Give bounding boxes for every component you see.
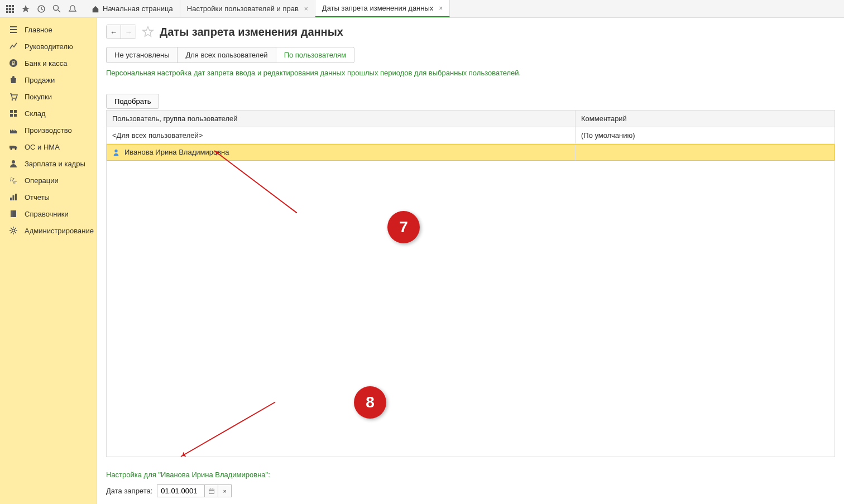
clear-date-button[interactable]: ×	[218, 484, 232, 497]
svg-rect-18	[10, 114, 13, 117]
svg-point-10	[54, 5, 59, 10]
gear-icon	[9, 226, 18, 235]
sidebar-item-reports[interactable]: Отчеты	[0, 189, 97, 205]
home-icon	[92, 5, 99, 13]
svg-rect-27	[13, 195, 15, 200]
search-icon[interactable]	[49, 0, 65, 18]
column-header-user[interactable]: Пользователь, группа пользователей	[107, 111, 576, 127]
tab-label: Даты запрета изменения данных	[322, 4, 433, 12]
svg-rect-4	[9, 8, 11, 10]
sidebar-item-bank[interactable]: ₽Банк и касса	[0, 55, 97, 71]
user-table: Пользователь, группа пользователей Комме…	[106, 110, 835, 457]
book-icon	[9, 209, 18, 218]
sidebar-item-main[interactable]: Главное	[0, 21, 97, 38]
sidebar-item-label: ОС и НМА	[25, 143, 60, 151]
sidebar-item-salary[interactable]: Зарплата и кадры	[0, 155, 97, 172]
tab-home[interactable]: Начальная страница	[85, 0, 180, 17]
svg-point-22	[15, 148, 17, 150]
ruble-icon: ₽	[9, 59, 18, 68]
sidebar-item-catalogs[interactable]: Справочники	[0, 205, 97, 222]
close-icon[interactable]: ×	[304, 5, 308, 13]
column-header-comment[interactable]: Комментарий	[576, 111, 835, 127]
content-area: ← → Даты запрета изменения данных Не уст…	[97, 18, 844, 504]
svg-rect-6	[6, 11, 8, 13]
bag-icon	[9, 75, 18, 84]
table-body: <Для всех пользователей> (По умолчанию) …	[107, 127, 835, 457]
sidebar-item-label: Банк и касса	[25, 59, 68, 68]
settings-for-label: Настройка для "Иванова Ирина Владимировн…	[106, 471, 835, 479]
filter-tab-byusers[interactable]: По пользователям	[276, 47, 354, 63]
sidebar-item-admin[interactable]: Администрирование	[0, 222, 97, 239]
calendar-button[interactable]	[205, 484, 218, 497]
sidebar-item-assets[interactable]: ОС и НМА	[0, 138, 97, 155]
sidebar-item-label: Руководителю	[25, 42, 73, 51]
sidebar-item-operations[interactable]: ДтКтОперации	[0, 172, 97, 189]
bottom-section: Настройка для "Иванова Ирина Владимировн…	[106, 466, 835, 497]
cell-user: Иванова Ирина Владимировна	[107, 144, 576, 160]
sidebar-item-label: Отчеты	[25, 193, 50, 201]
date-input-wrap: ×	[157, 484, 232, 497]
svg-rect-0	[6, 5, 8, 7]
person-icon	[9, 159, 18, 168]
sidebar-item-manager[interactable]: Руководителю	[0, 38, 97, 55]
filter-tab-notset[interactable]: Не установлены	[106, 47, 178, 63]
nav-arrows: ← →	[106, 25, 136, 39]
menu-icon	[9, 25, 18, 34]
svg-rect-26	[10, 198, 12, 200]
svg-rect-16	[10, 110, 13, 113]
sidebar-item-label: Справочники	[25, 210, 69, 218]
user-icon	[112, 148, 120, 156]
select-button[interactable]: Подобрать	[106, 94, 159, 109]
svg-line-11	[58, 10, 60, 12]
svg-rect-3	[6, 8, 8, 10]
date-row: Дата запрета: ×	[106, 484, 835, 497]
svg-text:Кт: Кт	[13, 180, 17, 184]
sidebar-item-label: Зарплата и кадры	[25, 160, 85, 168]
star-icon[interactable]	[18, 0, 33, 18]
svg-rect-33	[209, 489, 214, 493]
apps-icon[interactable]	[2, 0, 18, 18]
annotation-marker-7: 7	[387, 211, 420, 243]
tab-prohibit-dates[interactable]: Даты запрета изменения данных ×	[315, 0, 450, 17]
svg-rect-19	[14, 114, 17, 117]
warehouse-icon	[9, 109, 18, 118]
date-label: Дата запрета:	[106, 487, 152, 495]
bell-icon[interactable]	[65, 0, 80, 18]
svg-rect-7	[9, 11, 11, 13]
sidebar-item-purchases[interactable]: Покупки	[0, 88, 97, 105]
chart-icon	[9, 193, 18, 201]
close-icon[interactable]: ×	[439, 4, 443, 12]
svg-point-21	[11, 148, 12, 150]
sidebar-item-production[interactable]: Производство	[0, 122, 97, 138]
toolbar-icon-group	[0, 0, 83, 17]
back-button[interactable]: ←	[107, 25, 121, 39]
table-row[interactable]: <Для всех пользователей> (По умолчанию)	[107, 127, 835, 144]
svg-point-31	[12, 229, 15, 232]
sidebar-item-sales[interactable]: Продажи	[0, 71, 97, 88]
tab-settings-users[interactable]: Настройки пользователей и прав ×	[180, 0, 315, 17]
sidebar-item-warehouse[interactable]: Склад	[0, 105, 97, 122]
main-layout: Главное Руководителю ₽Банк и касса Прода…	[0, 18, 844, 504]
svg-point-15	[15, 99, 17, 101]
top-toolbar: Начальная страница Настройки пользовател…	[0, 0, 844, 18]
page-header: ← → Даты запрета изменения данных	[106, 25, 835, 39]
filter-tabs: Не установлены Для всех пользователей По…	[106, 47, 835, 63]
trend-icon	[9, 42, 18, 51]
window-tabs: Начальная страница Настройки пользовател…	[85, 0, 450, 17]
history-icon[interactable]	[33, 0, 49, 18]
sidebar-item-label: Склад	[25, 109, 46, 118]
sidebar-item-label: Продажи	[25, 76, 55, 84]
filter-tab-allusers[interactable]: Для всех пользователей	[177, 47, 276, 63]
sidebar-item-label: Главное	[25, 26, 52, 34]
date-input[interactable]	[157, 484, 205, 497]
annotation-marker-8: 8	[354, 386, 386, 419]
svg-point-32	[114, 149, 117, 152]
svg-rect-8	[12, 11, 14, 13]
tab-label: Настройки пользователей и прав	[187, 4, 299, 13]
cell-comment	[576, 144, 835, 160]
tab-label: Начальная страница	[103, 4, 173, 13]
svg-rect-5	[12, 8, 14, 10]
svg-rect-2	[12, 5, 14, 7]
favorite-star-icon[interactable]	[142, 26, 154, 38]
forward-button[interactable]: →	[121, 25, 136, 39]
